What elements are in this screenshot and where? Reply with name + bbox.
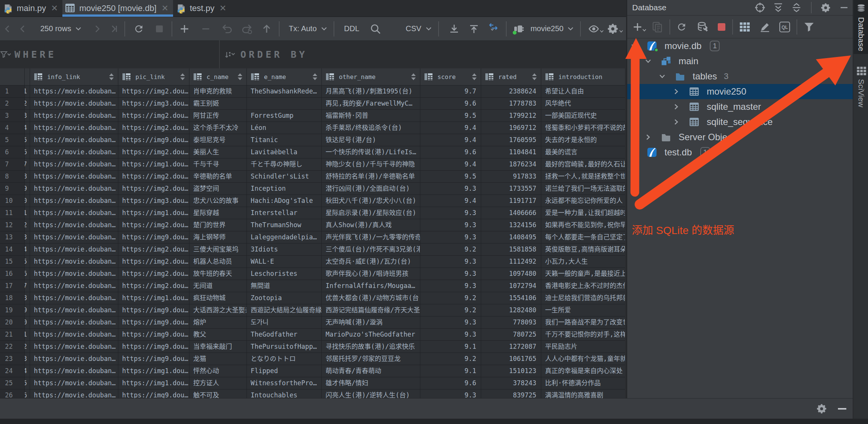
other-name-cell[interactable]: 一个快乐的传说(港)/LifeIs… bbox=[322, 146, 420, 158]
rated-cell[interactable]: 1272087 bbox=[481, 341, 541, 353]
row-number-cell[interactable]: 15 bbox=[0, 256, 25, 268]
datasource-properties-icon[interactable] bbox=[697, 22, 709, 32]
introduction-cell[interactable]: 人人心中都有个龙猫,童年就永 bbox=[541, 353, 625, 365]
next-page-button[interactable] bbox=[90, 21, 104, 37]
edit-icon[interactable] bbox=[759, 21, 771, 33]
tree-chevron-icon[interactable] bbox=[672, 88, 680, 95]
score-cell[interactable]: 9.2 bbox=[420, 353, 481, 365]
row-number-cell[interactable]: 4 bbox=[0, 122, 25, 134]
c-name-cell[interactable]: 当幸福来敲门 bbox=[189, 341, 247, 353]
tree-item-main[interactable]: main bbox=[627, 54, 853, 69]
tab-close-icon[interactable]: ✕ bbox=[219, 4, 226, 13]
row-number-cell[interactable]: 8 bbox=[0, 171, 25, 183]
introduction-cell[interactable]: 英俊版憨豆,高情商版谢耳朵 bbox=[541, 244, 625, 256]
score-cell[interactable]: 9.1 bbox=[420, 341, 481, 353]
pic-link-cell[interactable]: https://img3.dou… bbox=[118, 195, 189, 207]
settings-gear-icon[interactable] bbox=[607, 21, 623, 37]
tree-chevron-icon[interactable] bbox=[644, 133, 652, 141]
e-name-cell[interactable]: WALL·E bbox=[247, 256, 322, 268]
pic-link-cell[interactable]: https://img2.dou… bbox=[118, 85, 189, 98]
e-name-cell[interactable]: ThePursuitofHapp… bbox=[247, 341, 322, 353]
score-cell[interactable]: 9.3 bbox=[420, 280, 481, 292]
other-name-cell[interactable]: 优兽大都会(港)/动物方城市(台 bbox=[322, 292, 420, 304]
rated-cell[interactable]: 1581858 bbox=[481, 244, 541, 256]
info-link-cell[interactable]: https://movie.douban… bbox=[30, 389, 118, 398]
info-link-cell[interactable]: https://movie.douban… bbox=[30, 85, 118, 98]
info-link-cell[interactable]: https://movie.douban… bbox=[30, 207, 118, 219]
e-name-cell[interactable]: 도가니 bbox=[247, 316, 322, 329]
other-name-cell[interactable]: 杀手莱昂/终极追杀令(台) bbox=[322, 122, 420, 134]
row-number-cell[interactable]: 23 bbox=[0, 353, 25, 365]
c-name-cell[interactable]: 放牛班的春天 bbox=[189, 268, 247, 280]
introduction-cell[interactable]: 诺兰给了我们一场无法盗取的梦 bbox=[541, 183, 625, 195]
introduction-cell[interactable]: 千万不要记恨你的对手,这样会 bbox=[541, 329, 625, 341]
tree-chevron-icon[interactable] bbox=[672, 118, 680, 126]
tree-chevron-icon[interactable] bbox=[630, 42, 638, 50]
score-cell[interactable]: 9.6 bbox=[420, 146, 481, 158]
tree-item-sqlite-master[interactable]: sqlite_master bbox=[627, 99, 853, 114]
info-link-cell[interactable]: https://movie.douban… bbox=[30, 158, 118, 171]
row-number-cell[interactable]: 2 bbox=[0, 98, 25, 110]
pic-link-cell[interactable]: https://img3.dou… bbox=[118, 98, 189, 110]
rated-cell[interactable]: 1799212 bbox=[481, 110, 541, 122]
rated-cell[interactable]: 1408495 bbox=[481, 231, 541, 244]
ddl-button[interactable]: DDL bbox=[342, 21, 362, 37]
row-number-cell[interactable]: 24 bbox=[0, 365, 25, 377]
tx-mode-selector[interactable]: Tx: Auto bbox=[283, 21, 329, 37]
introduction-cell[interactable]: 希望让人自由 bbox=[541, 85, 625, 98]
e-name-cell[interactable]: Zootopia bbox=[247, 292, 322, 304]
rated-cell[interactable]: 1097480 bbox=[481, 268, 541, 280]
pic-link-cell[interactable]: https://img2.dou… bbox=[118, 171, 189, 183]
rated-cell[interactable]: 1072794 bbox=[481, 280, 541, 292]
score-cell[interactable]: 9.7 bbox=[420, 85, 481, 98]
info-link-cell[interactable]: https://movie.douban… bbox=[30, 256, 118, 268]
introduction-cell[interactable]: 满满温情的高雅喜剧 bbox=[541, 389, 625, 398]
c-name-cell[interactable]: 怦然心动 bbox=[189, 365, 247, 377]
score-cell[interactable]: 9.2 bbox=[420, 304, 481, 316]
tree-chevron-icon[interactable] bbox=[658, 73, 666, 80]
row-number-cell[interactable]: 10 bbox=[0, 195, 25, 207]
other-name-cell[interactable]: 真人Show(港)/真人戏 bbox=[322, 219, 420, 231]
pic-link-cell[interactable]: https://img1.dou… bbox=[118, 377, 189, 389]
previous-page-button[interactable] bbox=[16, 21, 30, 37]
introduction-cell[interactable]: 真正的幸福是来自内心深处 bbox=[541, 365, 625, 377]
import-data-icon[interactable] bbox=[466, 21, 482, 37]
rated-cell[interactable]: 1969712 bbox=[481, 122, 541, 134]
row-number-cell[interactable]: 11 bbox=[0, 207, 25, 219]
tree-item-test-db[interactable]: test.db 1 bbox=[627, 145, 853, 160]
id-cell[interactable]: 21 bbox=[25, 329, 30, 341]
e-name-cell[interactable]: 千と千尋の神隠し bbox=[247, 158, 322, 171]
duplicate-icon[interactable] bbox=[652, 21, 663, 33]
score-cell[interactable]: 9.4 bbox=[420, 195, 481, 207]
info-link-cell[interactable]: https://movie.douban… bbox=[30, 134, 118, 146]
id-cell[interactable]: 18 bbox=[25, 292, 30, 304]
score-cell[interactable]: 9.3 bbox=[420, 219, 481, 231]
c-name-cell[interactable]: 辛德勒的名单 bbox=[189, 171, 247, 183]
score-cell[interactable]: 9.5 bbox=[420, 171, 481, 183]
add-row-button[interactable] bbox=[176, 21, 193, 37]
pic-link-cell[interactable]: https://img2.dou… bbox=[118, 280, 189, 292]
pic-link-cell[interactable]: https://img1.dou… bbox=[118, 207, 189, 219]
rated-cell[interactable]: 1061765 bbox=[481, 353, 541, 365]
info-link-cell[interactable]: https://movie.douban… bbox=[30, 329, 118, 341]
submit-button[interactable] bbox=[258, 21, 275, 37]
c-name-cell[interactable]: 触不可及 bbox=[189, 389, 247, 398]
pic-link-cell[interactable]: https://img2.dou… bbox=[118, 244, 189, 256]
id-cell[interactable]: 26 bbox=[25, 389, 30, 398]
undo-icon[interactable] bbox=[219, 21, 235, 37]
row-number-cell[interactable]: 3 bbox=[0, 110, 25, 122]
rated-cell[interactable]: 917833 bbox=[481, 171, 541, 183]
datasource-selector[interactable]: movie250 bbox=[510, 21, 577, 37]
panel-options-gear-icon[interactable] bbox=[821, 3, 831, 13]
rated-cell[interactable]: 780725 bbox=[481, 329, 541, 341]
info-link-cell[interactable]: https://movie.douban… bbox=[30, 268, 118, 280]
c-name-cell[interactable]: 熔炉 bbox=[189, 316, 247, 329]
other-name-cell[interactable]: MarioPuzo'sTheGodfather bbox=[322, 329, 420, 341]
score-cell[interactable]: 9.6 bbox=[420, 377, 481, 389]
expand-all-icon[interactable] bbox=[773, 3, 784, 13]
pic-link-cell[interactable]: https://img1.dou… bbox=[118, 292, 189, 304]
row-number-cell[interactable]: 6 bbox=[0, 146, 25, 158]
introduction-cell[interactable]: 爱是一种力量,让我们超越时空 bbox=[541, 207, 625, 219]
pic-link-cell[interactable]: https://img2.dou… bbox=[118, 256, 189, 268]
other-name-cell[interactable]: InfernalAffairs/Mougaa… bbox=[322, 280, 420, 292]
